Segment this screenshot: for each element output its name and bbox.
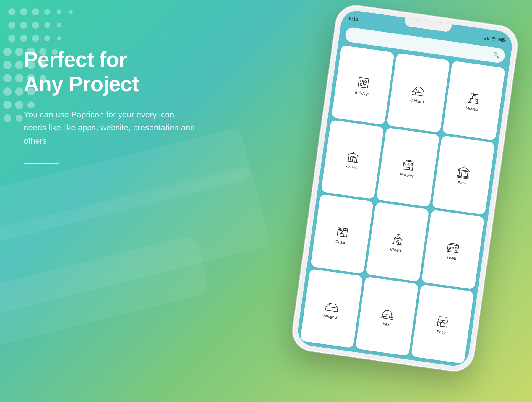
iglo-icon [379,305,395,321]
svg-line-66 [408,164,408,166]
svg-line-109 [381,316,393,318]
svg-rect-95 [449,247,451,249]
bridge2-label: Bridge 2 [323,313,338,320]
svg-line-113 [437,326,447,327]
icon-cell-iglo[interactable]: Iglo [355,276,419,356]
svg-line-53 [421,90,421,93]
mosque-icon [466,90,482,106]
svg-point-10 [57,23,61,27]
building-icon [355,74,371,90]
phone-mockup: 9:10 [272,0,532,401]
svg-rect-97 [455,248,458,249]
svg-line-76 [467,172,468,177]
svg-line-57 [469,102,478,103]
svg-line-48 [415,92,416,95]
svg-line-45 [363,78,364,87]
icon-cell-bank[interactable]: Bank [432,135,495,215]
svg-rect-82 [343,228,345,231]
svg-point-16 [3,48,12,56]
svg-line-58 [348,155,349,161]
signal-bars-icon [484,35,490,40]
church-icon [390,231,406,247]
icon-cell-castle[interactable]: Castle [310,194,374,274]
svg-line-50 [412,94,424,96]
castle-label: Castle [335,239,347,245]
svg-line-93 [392,244,402,245]
hospital-icon [400,156,416,172]
wifi-icon [491,36,497,41]
svg-point-54 [473,93,476,95]
svg-point-33 [15,101,23,109]
svg-line-106 [325,310,337,312]
svg-point-36 [16,115,23,122]
icon-cell-shrine[interactable]: Shrine [321,120,384,199]
building-label: Building [355,90,369,96]
svg-point-3 [44,9,50,15]
icon-cell-hotel[interactable]: Hotel [421,210,484,289]
svg-line-101 [326,307,338,308]
svg-point-11 [8,35,15,42]
svg-point-5 [69,10,73,14]
svg-rect-70 [411,163,413,165]
svg-rect-96 [452,247,454,249]
svg-point-30 [15,87,23,96]
svg-point-21 [3,61,12,69]
svg-line-49 [421,93,421,96]
icon-cell-church[interactable]: Church [366,202,429,281]
bridge2-icon [324,298,340,314]
svg-point-26 [15,74,23,82]
svg-line-59 [356,156,357,163]
svg-point-25 [3,74,12,82]
title-line2: Any Project [24,72,139,96]
svg-rect-43 [360,83,362,85]
main-title: Perfect for Any Project [24,47,195,96]
icon-cell-bridge2[interactable]: Bridge 2 [300,269,363,348]
svg-line-73 [459,171,460,176]
icon-cell-building[interactable]: Building [331,45,395,125]
svg-line-107 [329,304,335,304]
svg-point-8 [32,22,39,29]
search-icon: 🔍 [492,51,500,59]
svg-point-12 [20,35,27,42]
iglo-label: Iglo [382,322,389,327]
shop-icon [435,313,451,329]
svg-rect-80 [338,228,340,230]
svg-rect-69 [404,163,406,164]
svg-rect-81 [340,228,342,231]
svg-point-17 [15,48,23,56]
castle-icon [335,223,351,239]
svg-point-22 [15,61,23,69]
svg-rect-39 [505,40,506,41]
svg-point-0 [8,8,15,15]
svg-line-105 [335,304,335,308]
svg-rect-41 [361,80,363,82]
shop-label: Shop [437,329,446,335]
icon-grid: Building Bridge 1 [300,45,505,364]
svg-line-89 [398,239,398,241]
svg-line-92 [398,234,399,235]
hospital-label: Hospital [400,172,414,179]
icon-cell-mosque[interactable]: Mosque [442,61,505,140]
svg-rect-42 [364,81,366,83]
svg-line-74 [461,171,462,176]
svg-line-68 [403,169,412,170]
svg-line-110 [381,318,392,320]
svg-rect-44 [364,84,366,86]
status-icons [484,35,506,43]
svg-point-1 [20,8,27,15]
svg-line-75 [465,171,466,176]
svg-point-2 [32,8,39,15]
icon-cell-hospital[interactable]: Hospital [376,127,439,207]
svg-point-6 [8,22,15,29]
icon-cell-bridge1[interactable]: Bridge 1 [387,53,450,132]
shrine-label: Shrine [346,165,357,171]
title-line1: Perfect for [24,48,127,71]
svg-rect-83 [346,229,348,231]
subtitle-text: You can use Papricon for your every icon… [24,108,195,148]
svg-line-51 [416,89,416,92]
battery-icon [498,37,506,42]
svg-point-13 [32,35,39,42]
icon-cell-shop[interactable]: Shop [411,284,474,364]
svg-point-29 [3,87,12,96]
bank-label: Bank [458,180,467,186]
